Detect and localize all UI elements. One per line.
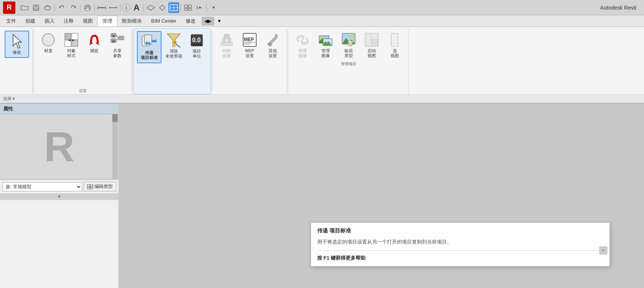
menu-create[interactable]: 创建 (21, 16, 40, 26)
menu-file[interactable]: 文件 (2, 16, 21, 26)
revit-logo: R (3, 2, 15, 14)
units-label: 项目 单位 (193, 49, 201, 59)
units-icon: 0.0 (189, 33, 204, 48)
svg-rect-89 (371, 33, 378, 39)
save-icon[interactable] (31, 2, 41, 13)
properties-row-1: ▼ (0, 193, 119, 200)
tooltip-description: 用于将选定的项目设置从另一个打开的项目复制到当前项目。 (311, 237, 609, 250)
manage-links-btn[interactable]: 管理 链接 (292, 31, 313, 60)
quick-access-toolbar: 1 A ▼ (19, 2, 219, 13)
tooltip-close-btn[interactable]: × (600, 247, 607, 254)
sep4 (288, 30, 288, 93)
svg-rect-54 (112, 40, 115, 43)
mep-label: MEP 设置 (245, 48, 254, 58)
mep-settings-btn[interactable]: MEP MEP 设置 (239, 31, 260, 60)
r-letter: R (44, 122, 74, 171)
properties-header: 属性 (0, 104, 119, 114)
menu-addons[interactable]: 附加模块 (117, 16, 147, 26)
canvas-area[interactable]: 传递 项目标准 用于将选定的项目设置从另一个打开的项目复制到当前项目。 × 按 … (119, 104, 644, 288)
object-style-btn[interactable]: 对象 样式 (61, 31, 82, 60)
properties-r-logo: R (38, 126, 81, 168)
ribbon-group-settings: 材质 (35, 28, 132, 94)
print-icon[interactable] (82, 2, 93, 13)
mep-icon: MEP (242, 32, 257, 48)
modify-label: 修改 (13, 50, 21, 55)
undo-icon[interactable] (56, 2, 67, 13)
manage-images-btn[interactable]: 管理 图像 (315, 31, 336, 60)
ribbon-items-select: 修改 (5, 29, 29, 58)
family-dropdown[interactable]: 族: 常规模型 (2, 182, 82, 191)
dropdown-arrow-icon[interactable]: ▼ (208, 2, 219, 13)
manage-project-group-label: 管理项目 (341, 61, 356, 67)
structure-settings-btn[interactable]: 结构 设置 (216, 31, 237, 60)
quick-access-more-icon[interactable] (194, 2, 205, 13)
select-footer-item[interactable]: 选择 ▾ (3, 96, 15, 102)
object-style-label: 对象 样式 (67, 48, 76, 58)
scroll-indicator[interactable] (112, 114, 118, 179)
menu-bimcenter[interactable]: BIM Center (147, 16, 181, 25)
annotate-circle-icon[interactable]: 1 (122, 3, 130, 12)
svg-rect-40 (65, 40, 71, 46)
links-icon (295, 32, 310, 48)
menu-dropdown-btn[interactable]: ▼ (215, 17, 224, 25)
scroll-thumb[interactable] (112, 114, 118, 122)
decal-label: 贴花 类型 (344, 48, 353, 58)
shared-params-label: 共享 参数 (113, 48, 122, 58)
purge-label: 清除 未使用项 (165, 49, 182, 59)
svg-rect-24 (188, 5, 191, 8)
ribbon-group-manage-project: 管理 链接 管理 图 (289, 28, 409, 94)
svg-rect-25 (184, 8, 188, 10)
snap-icon[interactable] (157, 2, 168, 13)
start-view-btn[interactable]: 启动 视图 (361, 31, 382, 60)
svg-text:0.0: 0.0 (192, 37, 201, 43)
material-icon (41, 32, 56, 48)
title-bar: R (0, 0, 644, 15)
svg-rect-72 (244, 42, 255, 43)
cloud-sync-icon[interactable] (42, 2, 53, 13)
select-view-btn[interactable]: 选 视图 (384, 31, 405, 60)
shared-params-icon (110, 32, 125, 48)
rotate-3d-icon[interactable] (145, 2, 156, 13)
menu-modify[interactable]: 修改 (181, 16, 200, 26)
decal-types-btn[interactable]: 贴花 类型 (338, 31, 359, 60)
select-view-label: 选 视图 (390, 48, 399, 58)
svg-rect-38 (65, 33, 71, 39)
svg-point-3 (44, 6, 51, 10)
images-icon (318, 32, 333, 48)
menu-more-btn[interactable]: ◀▶ (202, 17, 214, 25)
shared-params-btn[interactable]: 共享 参数 (107, 31, 128, 60)
menu-insert[interactable]: 插入 (40, 16, 59, 26)
modify-btn[interactable]: 修改 (5, 31, 29, 58)
menu-manage[interactable]: 管理 (97, 16, 117, 26)
main-area: 属性 R 族: 常规模型 编辑类型 ▼ (0, 104, 644, 288)
tooltip-help[interactable]: 按 F1 键获得更多帮助 (311, 251, 609, 266)
view-sync-icon[interactable] (168, 2, 179, 13)
svg-point-18 (148, 6, 154, 10)
open-folder-icon[interactable] (19, 2, 30, 13)
sep2 (132, 30, 133, 93)
worksets-icon[interactable] (183, 2, 193, 13)
snapping-btn[interactable]: 捕捉 (84, 31, 105, 55)
redo-icon[interactable] (68, 2, 79, 13)
svg-rect-69 (224, 34, 229, 39)
wrench-icon (265, 32, 280, 48)
measure-arrow-icon[interactable] (108, 2, 119, 13)
svg-rect-26 (188, 8, 191, 10)
svg-rect-73 (244, 43, 252, 44)
start-view-label: 启动 视图 (367, 48, 376, 58)
menu-annotate[interactable]: 注释 (59, 16, 78, 26)
edit-type-btn[interactable]: 编辑类型 (84, 182, 116, 191)
transfer-standards-btn[interactable]: 传递 项目标准 (137, 31, 161, 63)
text-icon[interactable]: A (131, 2, 142, 13)
project-units-btn[interactable]: 0.0 项目 单位 (186, 31, 208, 60)
svg-line-52 (116, 38, 119, 41)
purge-unused-btn[interactable]: 清除 未使用项 (163, 31, 184, 60)
menu-view[interactable]: 视图 (78, 16, 97, 26)
ribbon-items-transfer: 传递 项目标准 清除 未使用项 (137, 30, 208, 63)
measure-icon[interactable] (96, 2, 107, 13)
svg-text:MEP: MEP (244, 37, 254, 42)
material-btn[interactable]: 材质 (38, 31, 59, 55)
manage-images-label: 管理 图像 (321, 48, 330, 58)
other-settings-btn[interactable]: 其他 设置 (262, 31, 283, 60)
edit-type-label: 编辑类型 (94, 183, 113, 190)
